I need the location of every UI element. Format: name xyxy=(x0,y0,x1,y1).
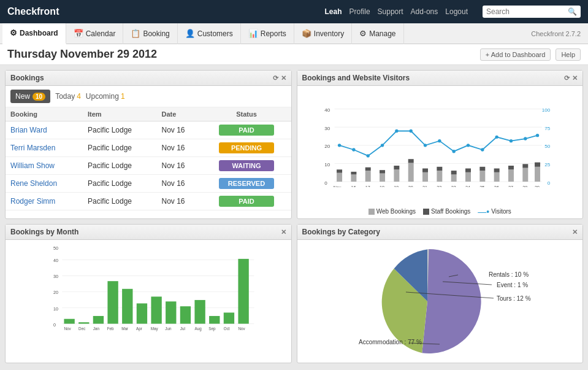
bookings-panel-header: Bookings ⟳ ✕ xyxy=(6,71,291,86)
svg-rect-42 xyxy=(508,166,513,169)
calendar-icon: 📅 xyxy=(74,29,83,38)
bookings-table: Booking Item Date Status Brian Ward Paci… xyxy=(6,107,291,210)
legend-staff-bookings: Staff Bookings xyxy=(423,208,470,215)
visitors-legend: Web Bookings Staff Bookings —• Visitors xyxy=(297,206,583,218)
dashboard-icon: ⚙ xyxy=(10,28,17,37)
svg-rect-88 xyxy=(78,322,89,323)
svg-point-45 xyxy=(337,144,340,147)
logout-link[interactable]: Logout xyxy=(445,7,468,16)
staff-bookings-color xyxy=(423,209,429,215)
svg-rect-89 xyxy=(93,316,104,324)
month-panel: Bookings by Month ✕ 0 10 20 30 40 50 xyxy=(5,224,292,363)
svg-rect-29 xyxy=(535,167,540,182)
tab-reports[interactable]: 📊 Reports xyxy=(241,23,294,44)
svg-rect-37 xyxy=(437,167,442,171)
svg-text:0: 0 xyxy=(324,180,327,186)
svg-rect-34 xyxy=(394,166,399,169)
upcoming-count: 1 xyxy=(121,92,125,101)
svg-rect-22 xyxy=(437,171,442,182)
svg-rect-95 xyxy=(180,306,191,323)
addons-link[interactable]: Add-ons xyxy=(411,7,438,16)
svg-rect-25 xyxy=(479,171,485,182)
svg-rect-41 xyxy=(494,168,499,172)
tab-customers[interactable]: 👤 Customers xyxy=(178,23,241,44)
new-count-badge: 10 xyxy=(32,93,45,101)
month-panel-actions: ✕ xyxy=(281,228,286,236)
svg-rect-17 xyxy=(365,171,370,182)
svg-text:100: 100 xyxy=(541,107,550,113)
svg-point-48 xyxy=(380,144,383,147)
tab-booking[interactable]: 📋 Booking xyxy=(123,23,177,44)
close-icon[interactable]: ✕ xyxy=(281,74,286,82)
svg-text:25: 25 xyxy=(479,185,484,187)
booking-name-link[interactable]: William Show xyxy=(10,161,55,170)
bookings-panel-title: Bookings xyxy=(10,74,44,82)
svg-rect-39 xyxy=(465,168,471,172)
svg-rect-35 xyxy=(408,159,413,163)
svg-point-49 xyxy=(395,129,398,133)
visitors-chart: 0 10 20 30 40 0 25 50 75 100 xyxy=(297,86,583,206)
svg-point-55 xyxy=(481,148,484,151)
tab-dashboard[interactable]: ⚙ Dashboard xyxy=(2,23,66,44)
support-link[interactable]: Support xyxy=(378,7,403,16)
svg-text:Mar: Mar xyxy=(121,326,128,331)
svg-rect-40 xyxy=(479,167,485,171)
svg-text:Aug: Aug xyxy=(194,326,202,331)
refresh-icon-v[interactable]: ⟳ xyxy=(564,74,570,82)
svg-rect-30 xyxy=(337,169,342,172)
search-input[interactable] xyxy=(483,6,581,18)
table-row: Brian Ward Pacific Lodge Nov 16 PAID xyxy=(6,121,291,139)
booking-name-link[interactable]: Rene Sheldon xyxy=(10,179,57,188)
svg-text:May: May xyxy=(151,326,159,331)
svg-rect-92 xyxy=(137,303,147,323)
svg-rect-21 xyxy=(422,172,428,182)
booking-name-link[interactable]: Rodger Simm xyxy=(10,197,55,206)
svg-text:40: 40 xyxy=(324,107,330,113)
visitors-panel: Bookings and Website Visitors ⟳ ✕ 0 10 2… xyxy=(297,70,584,219)
booking-name-link[interactable]: Terri Marsden xyxy=(10,144,55,152)
close-icon-v[interactable]: ✕ xyxy=(572,74,578,82)
booking-name-link[interactable]: Brian Ward xyxy=(10,126,47,134)
tab-manage[interactable]: ⚙ Manage xyxy=(352,23,403,44)
svg-rect-27 xyxy=(508,169,513,182)
svg-rect-23 xyxy=(451,174,456,182)
pie-chart-container: Rentals : 10 % Event : 1 % Tours : 12 % … xyxy=(297,240,583,363)
today-tab[interactable]: Today 4 xyxy=(55,92,81,101)
status-badge: PAID xyxy=(219,125,274,136)
svg-rect-98 xyxy=(224,312,234,323)
svg-rect-26 xyxy=(494,172,499,182)
close-icon-c[interactable]: ✕ xyxy=(572,228,578,236)
svg-text:50: 50 xyxy=(544,144,550,149)
svg-text:Tours : 12 %: Tours : 12 % xyxy=(497,295,531,302)
svg-text:20: 20 xyxy=(53,290,58,295)
category-panel-actions: ✕ xyxy=(572,228,578,236)
svg-point-54 xyxy=(466,144,469,147)
close-icon-m[interactable]: ✕ xyxy=(281,228,286,236)
month-chart-svg: 0 10 20 30 40 50 xyxy=(24,245,286,332)
svg-text:17: 17 xyxy=(365,185,370,187)
help-button[interactable]: Help xyxy=(556,48,581,61)
tab-calendar[interactable]: 📅 Calendar xyxy=(66,23,124,44)
svg-text:0: 0 xyxy=(53,323,56,328)
svg-text:29: 29 xyxy=(535,185,540,187)
svg-rect-94 xyxy=(166,301,176,323)
svg-rect-16 xyxy=(351,174,356,182)
svg-rect-93 xyxy=(151,296,161,323)
upcoming-tab[interactable]: Upcoming 1 xyxy=(86,92,125,101)
svg-rect-31 xyxy=(351,172,356,174)
status-badge: PAID xyxy=(219,196,274,207)
svg-rect-33 xyxy=(380,170,385,173)
tab-inventory[interactable]: 📦 Inventory xyxy=(294,23,352,44)
svg-text:20: 20 xyxy=(408,185,413,187)
svg-text:10: 10 xyxy=(53,307,58,312)
today-count: 4 xyxy=(77,92,81,101)
svg-text:25: 25 xyxy=(544,162,550,168)
refresh-icon[interactable]: ⟳ xyxy=(273,74,278,82)
svg-text:Rentals : 10 %: Rentals : 10 % xyxy=(489,271,529,278)
profile-link[interactable]: Profile xyxy=(349,7,370,16)
svg-rect-20 xyxy=(408,163,413,182)
add-to-dashboard-button[interactable]: + Add to Dashboard xyxy=(480,48,551,61)
reports-icon: 📊 xyxy=(248,29,258,38)
new-bookings-button[interactable]: New 10 xyxy=(10,90,50,103)
customers-icon: 👤 xyxy=(185,29,195,38)
